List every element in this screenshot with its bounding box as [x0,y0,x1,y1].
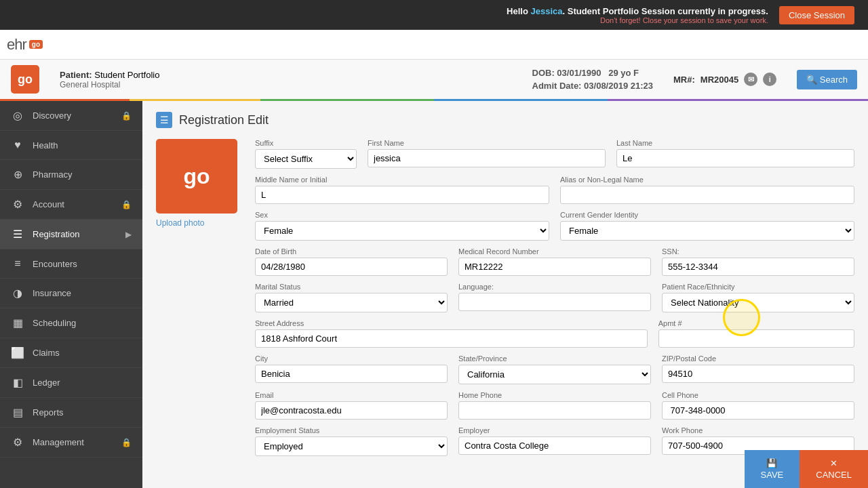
state-group: State/Province California [458,354,651,384]
info-icon[interactable]: i [763,73,776,86]
dob-mrn-row: Date of Birth Medical Record Number SSN: [255,247,854,276]
sidebar-item-label: Scheduling [33,318,76,328]
apmt-input[interactable] [658,329,854,348]
marital-select[interactable]: Married [255,293,448,312]
first-name-input[interactable] [368,149,606,167]
employment-select[interactable]: Employed [255,436,448,456]
dob-value: 03/01/1990 [557,68,601,78]
last-name-group: Last Name [616,139,854,169]
home-phone-input[interactable] [458,401,651,420]
alias-group: Alias or Non-Legal Name [560,176,854,204]
admit-value: 03/08/2019 21:23 [584,81,653,91]
alias-input[interactable] [560,186,854,204]
ssn-input[interactable] [662,258,854,276]
cancel-button[interactable]: ✕ CANCEL [800,450,868,488]
employer-input[interactable] [458,436,651,455]
patient-dob: DOB: 03/01/1990 29 yo F Admit Date: 03/0… [532,68,654,91]
middle-name-input[interactable] [255,186,549,204]
gender-identity-label: Current Gender Identity [560,211,854,219]
sidebar: ◎ Discovery 🔒 ♥ Health ⊕ Pharmacy ⚙ Acco… [0,101,142,488]
health-icon: ♥ [11,139,24,151]
email-label: Email [255,391,448,399]
scheduling-icon: ▦ [11,317,24,329]
hello-text: Hello Jessica. Student Portfolio Session… [507,6,768,16]
patient-header: go Patient: Student Portfolio General Ho… [0,60,868,101]
sidebar-item-scheduling[interactable]: ▦ Scheduling [0,308,142,338]
dob-group: Date of Birth [255,247,448,276]
chevron-right-icon: ▶ [125,230,132,239]
sidebar-item-registration[interactable]: ☰ Registration ▶ [0,220,142,249]
sidebar-item-label: Claims [33,348,60,358]
upload-photo-link[interactable]: Upload photo [156,218,204,228]
close-session-button[interactable]: Close Session [779,6,854,24]
sidebar-item-account[interactable]: ⚙ Account 🔒 [0,190,142,220]
form-fields: Suffix Select Suffix First Name Last Nam… [255,139,854,463]
dob-line: DOB: 03/01/1990 29 yo F [532,68,654,78]
patient-go-icon: go [11,65,39,94]
patient-photo: go [156,139,237,214]
ehr-text: ehr [7,36,26,54]
mrn-input[interactable] [458,258,651,276]
last-name-input[interactable] [616,149,854,167]
apmt-group: Apmt # [658,319,854,348]
encounters-icon: ≡ [11,258,24,270]
suffix-select[interactable]: Select Suffix [255,149,357,169]
sidebar-item-management[interactable]: ⚙ Management 🔒 [0,428,142,458]
home-phone-group: Home Phone [458,391,651,420]
discovery-icon: ◎ [11,109,24,122]
sidebar-item-insurance[interactable]: ◑ Insurance [0,279,142,308]
sidebar-item-reports[interactable]: ▤ Reports [0,398,142,428]
patient-name: Student Portfolio [94,70,159,80]
street-group: Street Address [255,319,648,348]
email-group: Email [255,391,448,420]
main-layout: ◎ Discovery 🔒 ♥ Health ⊕ Pharmacy ⚙ Acco… [0,101,868,488]
dob-input[interactable] [255,258,448,276]
page-title: Registration Edit [179,113,269,127]
admit-label: Admit Date: [532,81,582,91]
search-button[interactable]: 🔍 Search [797,70,857,89]
age-sex: 29 yo F [608,68,639,78]
work-phone-label: Work Phone [662,426,854,434]
street-input[interactable] [255,329,648,348]
gender-identity-group: Current Gender Identity Female [560,211,854,241]
save-button[interactable]: 💾 SAVE [745,450,800,488]
street-label: Street Address [255,319,648,327]
apmt-label: Apmt # [658,319,854,327]
language-input[interactable] [458,293,651,311]
sidebar-item-label: Encounters [33,259,77,269]
sidebar-item-claims[interactable]: ⬜ Claims [0,338,142,368]
sex-select[interactable]: Female [255,221,549,241]
session-msg: . Student Portfolio Session currently in… [563,6,768,16]
ehr-logo: ehr go [7,36,43,54]
state-select[interactable]: California [458,365,651,384]
email-input[interactable] [255,401,448,420]
marital-label: Marital Status [255,283,448,291]
street-row: Street Address Apmt # [255,319,854,348]
bottom-bar: 💾 SAVE ✕ CANCEL [745,450,868,488]
lock-icon: 🔒 [121,438,132,447]
sidebar-item-discovery[interactable]: ◎ Discovery 🔒 [0,101,142,131]
email-icon[interactable]: ✉ [744,73,757,86]
race-select[interactable]: Select Nationality [662,293,854,312]
reports-icon: ▤ [11,406,24,419]
language-label: Language: [458,283,651,291]
sidebar-item-label: Registration [33,229,79,239]
sidebar-item-encounters[interactable]: ≡ Encounters [0,249,142,279]
cancel-label: CANCEL [816,470,852,480]
name-row-1: Suffix Select Suffix First Name Last Nam… [255,139,854,169]
employment-label: Employment Status [255,426,448,434]
city-input[interactable] [255,365,448,383]
save-icon: 💾 [766,458,777,468]
cell-phone-input[interactable] [662,401,854,420]
ssn-label: SSN: [662,247,854,256]
cancel-icon: ✕ [830,458,837,468]
race-group: Patient Race/Ethnicity Select Nationalit… [662,283,854,312]
zip-input[interactable] [662,365,854,383]
sidebar-item-label: Health [33,140,58,150]
management-icon: ⚙ [11,436,24,449]
gender-identity-select[interactable]: Female [560,221,854,241]
sidebar-item-health[interactable]: ♥ Health [0,131,142,160]
content-area: ☰ Registration Edit go Upload photo Suff… [142,101,868,488]
sidebar-item-pharmacy[interactable]: ⊕ Pharmacy [0,160,142,190]
sidebar-item-ledger[interactable]: ◧ Ledger [0,368,142,398]
